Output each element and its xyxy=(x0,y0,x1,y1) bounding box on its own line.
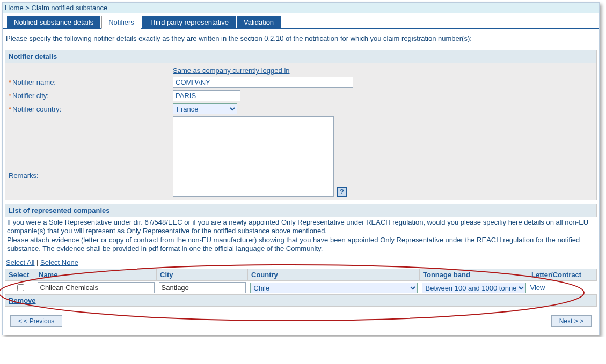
previous-button[interactable]: < < Previous xyxy=(10,315,62,327)
tab-third-party-representative[interactable]: Third party representative xyxy=(142,16,236,29)
row-city-input[interactable] xyxy=(159,282,246,293)
row-name-input[interactable] xyxy=(38,282,155,293)
notifier-name-input[interactable] xyxy=(173,77,353,88)
notifier-country-label: *Notifier country: xyxy=(9,103,173,113)
remove-bar: Remove xyxy=(5,294,597,307)
tab-validation[interactable]: Validation xyxy=(237,16,281,29)
select-none-link[interactable]: Select None xyxy=(40,258,78,266)
help-icon[interactable]: ? xyxy=(337,187,347,197)
app-window: Home > Claim notified substance Notified… xyxy=(2,2,600,335)
col-header-letter: Letter/Contract xyxy=(528,269,597,281)
notifier-details-header: Notifier details xyxy=(5,50,597,63)
tab-bar: Notified substance details Notifiers Thi… xyxy=(3,15,599,29)
tab-notified-substance-details[interactable]: Notified substance details xyxy=(7,16,100,29)
row-select-checkbox[interactable] xyxy=(17,284,24,291)
same-as-company-link[interactable]: Same as company currently logged in xyxy=(173,66,290,75)
remarks-label: Remarks: xyxy=(9,134,173,180)
table-row: Chile Between 100 and 1000 tonnes/year V… xyxy=(5,281,597,295)
breadcrumb-sep: > xyxy=(24,4,32,12)
row-country-select[interactable]: Chile xyxy=(250,283,418,293)
notifier-country-select[interactable]: France xyxy=(173,103,237,114)
companies-table: Select Name City Country Tonnage band Le… xyxy=(5,269,597,294)
intro-text: Please specify the following notifier de… xyxy=(3,29,599,50)
represented-companies-explain: If you were a Sole Representative under … xyxy=(5,217,597,256)
notifier-city-label: *Notifier city: xyxy=(9,90,173,100)
col-header-country: Country xyxy=(248,269,420,281)
breadcrumb-current: Claim notified substance xyxy=(32,4,108,12)
notifier-name-label: *Notifier name: xyxy=(9,77,173,86)
notifier-details-body: Same as company currently logged in *Not… xyxy=(5,63,597,200)
breadcrumb-home[interactable]: Home xyxy=(5,4,24,12)
table-header-row: Select Name City Country Tonnage band Le… xyxy=(5,269,597,281)
remove-link[interactable]: Remove xyxy=(9,296,36,304)
next-button[interactable]: Next > > xyxy=(551,315,592,327)
breadcrumb: Home > Claim notified substance xyxy=(3,3,599,13)
col-header-select: Select xyxy=(5,269,35,281)
col-header-name: Name xyxy=(35,269,157,281)
col-header-tonnage: Tonnage band xyxy=(420,269,528,281)
represented-companies-header: List of represented companies xyxy=(5,204,597,217)
row-letter-view-link[interactable]: View xyxy=(530,284,545,292)
col-header-city: City xyxy=(157,269,248,281)
notifier-details-panel: Notifier details Same as company current… xyxy=(5,50,597,200)
notifier-city-input[interactable] xyxy=(173,90,240,101)
select-links: Select All | Select None xyxy=(5,256,597,269)
remarks-textarea[interactable] xyxy=(173,116,334,197)
nav-buttons: < < Previous Next > > xyxy=(3,310,599,335)
select-all-link[interactable]: Select All xyxy=(6,258,34,266)
represented-companies-panel: List of represented companies If you wer… xyxy=(5,204,597,307)
row-tonnage-select[interactable]: Between 100 and 1000 tonnes/year xyxy=(422,283,526,293)
tab-notifiers[interactable]: Notifiers xyxy=(101,16,141,29)
